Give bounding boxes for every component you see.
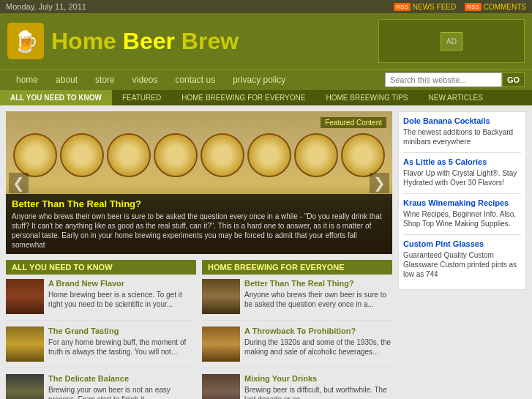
cat-featured[interactable]: FEATURED <box>112 90 171 105</box>
article-title-3[interactable]: The Delicate Balance <box>48 374 196 383</box>
article-item: A Throwback To Prohibition? During the 1… <box>202 327 392 368</box>
featured-circles <box>6 126 392 184</box>
sidebar-ad-text-2: Flavor Up with Crystal Light®. Stay Hydr… <box>403 168 521 187</box>
slider-next-arrow[interactable]: ❯ <box>370 173 389 193</box>
logo-brew: Brew <box>181 28 239 54</box>
sidebar-divider <box>403 234 521 235</box>
article-columns: ALL YOU NEED TO KNOW A Brand New Flavor … <box>6 260 392 399</box>
col2-header: HOME BREEWING FOR EVERYONE <box>202 260 392 275</box>
article-item: The Grand Tasting For any home brewing b… <box>6 327 196 368</box>
featured-excerpt: Anyone who brews their own beer is sure … <box>12 212 386 250</box>
circle-3 <box>107 133 151 177</box>
article-info-5: A Throwback To Prohibition? During the 1… <box>244 327 392 362</box>
cat-tips[interactable]: HOME BREEWING TIPS <box>315 90 418 105</box>
sidebar-ad-title-1[interactable]: Dole Banana Cocktails <box>403 116 521 125</box>
search-button[interactable]: GO <box>502 72 525 87</box>
circle-8 <box>341 133 385 177</box>
article-thumb-3 <box>6 374 44 399</box>
logo-text: Home Beer Brew <box>51 28 239 55</box>
featured-caption: Better Than The Real Thing? Anyone who b… <box>6 194 392 254</box>
article-title-6[interactable]: Mixing Your Drinks <box>244 374 392 383</box>
article-thumb-4 <box>202 279 240 314</box>
sidebar-ad-title-2[interactable]: As Little as 5 Calories <box>403 157 521 166</box>
featured-slider: Featured Content ❮ ❯ Better Than The Rea… <box>6 111 392 254</box>
article-info-2: The Grand Tasting For any home brewing b… <box>48 327 196 362</box>
sidebar-divider <box>403 152 521 153</box>
circle-6 <box>247 133 291 177</box>
circle-7 <box>294 133 338 177</box>
sidebar-ad-title-3[interactable]: Kraus Winemaking Recipes <box>403 198 521 207</box>
article-thumb-1 <box>6 279 44 314</box>
article-excerpt-5: During the 1920s and some of the 1930s, … <box>244 338 392 357</box>
header-ad-inner: AD <box>441 32 462 51</box>
logo-icon: 🍺 <box>7 23 44 59</box>
sidebar-ad-text-3: Wine Recipes, Beginner Info. Also, Shop … <box>403 209 521 228</box>
article-item: Mixing Your Drinks Brewing beer is diffi… <box>202 374 392 399</box>
article-col-1: ALL YOU NEED TO KNOW A Brand New Flavor … <box>6 260 196 399</box>
article-title-4[interactable]: Better Than The Real Thing? <box>244 279 392 288</box>
logo-area[interactable]: 🍺 Home Beer Brew <box>7 23 239 59</box>
newsfeed-link[interactable]: RSS NEWS FEED <box>394 3 456 11</box>
category-bar: ALL YOU NEED TO KNOW FEATURED HOME BREEW… <box>0 90 532 105</box>
article-item: Better Than The Real Thing? Anyone who b… <box>202 279 392 321</box>
article-info-1: A Brand New Flavor Home brewing beer is … <box>48 279 196 314</box>
logo-beer: Beer <box>123 28 175 54</box>
article-excerpt-6: Brewing beer is difficult, but worthwhil… <box>244 385 392 399</box>
header-advertisement: AD <box>378 19 525 63</box>
feed-links: RSS NEWS FEED RSS COMMENTS <box>394 3 526 11</box>
nav-home[interactable]: home <box>7 73 47 86</box>
article-item: The Delicate Balance Brewing your own be… <box>6 374 196 399</box>
article-excerpt-3: Brewing your own beer is not an easy pro… <box>48 385 196 399</box>
sidebar-ad-title-4[interactable]: Custom Pint Glasses <box>403 239 521 248</box>
featured-tag: Featured Content <box>321 117 386 128</box>
date-label: Monday, July 11, 2011 <box>6 2 86 11</box>
article-title-5[interactable]: A Throwback To Prohibition? <box>244 327 392 335</box>
main-layout: Featured Content ❮ ❯ Better Than The Rea… <box>0 105 532 399</box>
sidebar-ad-text-1: The newest additions to Backyard minibar… <box>403 127 521 146</box>
article-info-3: The Delicate Balance Brewing your own be… <box>48 374 196 399</box>
article-excerpt-2: For any home brewing buff, the moment of… <box>48 338 196 357</box>
col1-header: ALL YOU NEED TO KNOW <box>6 260 196 275</box>
circle-5 <box>201 133 244 177</box>
circle-1 <box>13 133 57 177</box>
nav-about[interactable]: about <box>47 73 86 86</box>
featured-title: Better Than The Real Thing? <box>12 198 386 209</box>
top-bar: Monday, July 11, 2011 RSS NEWS FEED RSS … <box>0 0 532 13</box>
circle-2 <box>60 133 104 177</box>
article-thumb-6 <box>202 374 240 399</box>
article-info-6: Mixing Your Drinks Brewing beer is diffi… <box>244 374 392 399</box>
article-thumb-5 <box>202 327 240 362</box>
sidebar-divider <box>403 193 521 194</box>
cat-home-brewing[interactable]: HOME BREEWING FOR EVERYONE <box>171 90 315 105</box>
site-header: 🍺 Home Beer Brew AD <box>0 13 532 69</box>
slider-prev-arrow[interactable]: ❮ <box>9 173 29 193</box>
sidebar-ad-text-4: Guaranteed Quality Custom Glassware Cust… <box>403 250 521 279</box>
article-item: A Brand New Flavor Home brewing beer is … <box>6 279 196 321</box>
cat-new-articles[interactable]: NEW ARTICLES <box>419 90 493 105</box>
nav-store[interactable]: store <box>86 73 124 86</box>
sidebar: Dole Banana Cocktails The newest additio… <box>398 111 526 399</box>
comments-link[interactable]: RSS COMMENTS <box>465 3 526 11</box>
article-info-4: Better Than The Real Thing? Anyone who b… <box>244 279 392 314</box>
circle-4 <box>154 133 198 177</box>
article-excerpt-4: Anyone who brews their own beer is sure … <box>244 290 392 309</box>
article-title-2[interactable]: The Grand Tasting <box>48 327 196 335</box>
sidebar-ad-1: Dole Banana Cocktails The newest additio… <box>398 111 526 290</box>
nav-contact[interactable]: contact us <box>166 73 224 86</box>
comments-rss-icon: RSS <box>465 3 481 11</box>
search-bar: GO <box>385 72 525 87</box>
article-thumb-2 <box>6 327 44 362</box>
content-area: Featured Content ❮ ❯ Better Than The Rea… <box>6 111 392 399</box>
main-nav: home about store videos contact us priva… <box>0 69 532 90</box>
cat-all-you-need[interactable]: ALL YOU NEED TO KNOW <box>0 90 112 105</box>
search-input[interactable] <box>385 72 502 87</box>
nav-privacy[interactable]: privacy policy <box>224 73 294 86</box>
article-col-2: HOME BREEWING FOR EVERYONE Better Than T… <box>202 260 392 399</box>
logo-home: Home <box>51 28 116 54</box>
article-excerpt-1: Home brewing beer is a science. To get i… <box>48 290 196 309</box>
article-title-1[interactable]: A Brand New Flavor <box>48 279 196 288</box>
rss-icon: RSS <box>394 3 410 11</box>
nav-videos[interactable]: videos <box>124 73 167 86</box>
